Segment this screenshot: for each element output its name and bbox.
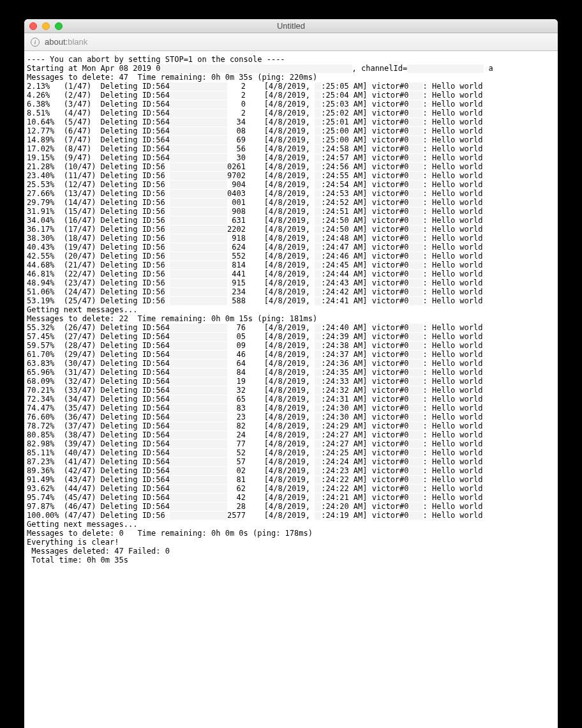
delete-row: 34.04% (16/47) Deleting ID:56 631 [4/8/2…	[27, 216, 555, 225]
delete-row: 10.64% (5/47) Deleting ID:564 34 [4/8/20…	[27, 118, 555, 126]
delete-row: 29.79% (14/47) Deleting ID:56 001 [4/8/2…	[27, 198, 555, 207]
delete-row: 51.06% (24/47) Deleting ID:56 234 [4/8/2…	[27, 287, 555, 296]
delete-row: 65.96% (31/47) Deleting ID:564 84 [4/8/2…	[27, 368, 555, 377]
toolbar: i about:blank	[24, 33, 558, 51]
summary-line: Total time: 0h 0m 35s	[27, 556, 555, 565]
delete-row: 2.13% (1/47) Deleting ID:564 2 [4/8/2019…	[27, 82, 555, 91]
console-output[interactable]: ---- You can abort by setting STOP=1 on …	[24, 51, 558, 728]
traffic-lights	[24, 22, 63, 30]
delete-row: 14.89% (7/47) Deleting ID:564 69 [4/8/20…	[27, 135, 555, 144]
delete-row: 85.11% (40/47) Deleting ID:564 52 [4/8/2…	[27, 448, 555, 457]
delete-row: 31.91% (15/47) Deleting ID:56 908 [4/8/2…	[27, 207, 555, 216]
delete-row: 87.23% (41/47) Deleting ID:564 57 [4/8/2…	[27, 457, 555, 466]
delete-row: 21.28% (10/47) Deleting ID:56 0261 [4/8/…	[27, 162, 555, 171]
delete-row: 89.36% (42/47) Deleting ID:564 02 [4/8/2…	[27, 466, 555, 475]
delete-row: 95.74% (45/47) Deleting ID:564 42 [4/8/2…	[27, 493, 555, 502]
delete-row: 38.30% (18/47) Deleting ID:56 918 [4/8/2…	[27, 234, 555, 243]
delete-row: 36.17% (17/47) Deleting ID:56 2202 [4/8/…	[27, 225, 555, 234]
delete-row: 68.09% (32/47) Deleting ID:564 19 [4/8/2…	[27, 377, 555, 386]
delete-row: 44.68% (21/47) Deleting ID:56 814 [4/8/2…	[27, 261, 555, 269]
minimize-button[interactable]	[42, 22, 50, 30]
delete-row: 17.02% (8/47) Deleting ID:564 56 [4/8/20…	[27, 144, 555, 153]
getting-next: Getting next messages...	[27, 305, 555, 314]
delete-row: 19.15% (9/47) Deleting ID:564 30 [4/8/20…	[27, 153, 555, 162]
done-line: Everything is clear!	[27, 538, 555, 547]
batch-header: Messages to delete: 47 Time remaining: 0…	[27, 73, 555, 82]
delete-row: 46.81% (22/47) Deleting ID:56 441 [4/8/2…	[27, 269, 555, 278]
delete-row: 93.62% (44/47) Deleting ID:564 62 [4/8/2…	[27, 484, 555, 493]
getting-next: Getting next messages...	[27, 520, 555, 529]
start-line: Starting at Mon Apr 08 2019 0, channelId…	[27, 64, 555, 73]
browser-window: Untitled i about:blank ---- You can abor…	[24, 19, 558, 728]
address-bar[interactable]: about:blank	[45, 37, 87, 47]
delete-row: 53.19% (25/47) Deleting ID:56 588 [4/8/2…	[27, 296, 555, 305]
delete-row: 12.77% (6/47) Deleting ID:564 08 [4/8/20…	[27, 126, 555, 135]
delete-row: 70.21% (33/47) Deleting ID:564 32 [4/8/2…	[27, 386, 555, 395]
summary-line: Messages deleted: 47 Failed: 0	[27, 547, 555, 556]
delete-row: 42.55% (20/47) Deleting ID:56 552 [4/8/2…	[27, 252, 555, 261]
delete-row: 55.32% (26/47) Deleting ID:564 76 [4/8/2…	[27, 323, 555, 332]
delete-row: 6.38% (3/47) Deleting ID:564 0 [4/8/2019…	[27, 100, 555, 109]
delete-row: 80.85% (38/47) Deleting ID:564 24 [4/8/2…	[27, 430, 555, 439]
delete-row: 72.34% (34/47) Deleting ID:564 65 [4/8/2…	[27, 395, 555, 404]
delete-row: 23.40% (11/47) Deleting ID:56 9702 [4/8/…	[27, 171, 555, 180]
delete-row: 48.94% (23/47) Deleting ID:56 915 [4/8/2…	[27, 278, 555, 287]
delete-row: 4.26% (2/47) Deleting ID:564 2 [4/8/2019…	[27, 91, 555, 100]
maximize-button[interactable]	[55, 22, 63, 30]
close-button[interactable]	[29, 22, 37, 30]
delete-row: 59.57% (28/47) Deleting ID:564 09 [4/8/2…	[27, 341, 555, 350]
batch-header: Messages to delete: 22 Time remaining: 0…	[27, 314, 555, 323]
titlebar[interactable]: Untitled	[24, 19, 558, 33]
info-icon[interactable]: i	[31, 38, 40, 47]
delete-row: 97.87% (46/47) Deleting ID:564 28 [4/8/2…	[27, 502, 555, 511]
delete-row: 74.47% (35/47) Deleting ID:564 83 [4/8/2…	[27, 404, 555, 413]
delete-row: 40.43% (19/47) Deleting ID:56 624 [4/8/2…	[27, 243, 555, 252]
delete-row: 91.49% (43/47) Deleting ID:564 81 [4/8/2…	[27, 475, 555, 484]
delete-row: 100.00% (47/47) Deleting ID:56 2577 [4/8…	[27, 511, 555, 520]
delete-row: 82.98% (39/47) Deleting ID:564 77 [4/8/2…	[27, 439, 555, 448]
delete-row: 61.70% (29/47) Deleting ID:564 46 [4/8/2…	[27, 350, 555, 359]
delete-row: 78.72% (37/47) Deleting ID:564 82 [4/8/2…	[27, 421, 555, 430]
batch-header: Messages to delete: 0 Time remaining: 0h…	[27, 529, 555, 538]
delete-row: 27.66% (13/47) Deleting ID:56 0403 [4/8/…	[27, 189, 555, 198]
window-title: Untitled	[24, 21, 558, 31]
delete-row: 76.60% (36/47) Deleting ID:564 23 [4/8/2…	[27, 413, 555, 421]
delete-row: 63.83% (30/47) Deleting ID:564 64 [4/8/2…	[27, 359, 555, 368]
abort-hint: ---- You can abort by setting STOP=1 on …	[27, 55, 555, 64]
delete-row: 25.53% (12/47) Deleting ID:56 904 [4/8/2…	[27, 180, 555, 189]
delete-row: 57.45% (27/47) Deleting ID:564 05 [4/8/2…	[27, 332, 555, 341]
delete-row: 8.51% (4/47) Deleting ID:564 2 [4/8/2019…	[27, 109, 555, 118]
